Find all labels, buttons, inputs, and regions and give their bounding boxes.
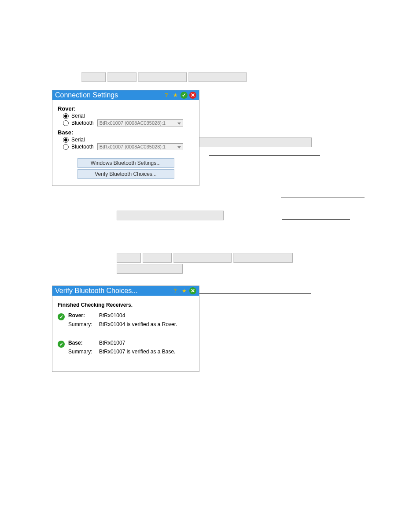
base-label: Base: <box>68 340 99 346</box>
breadcrumb-item-1[interactable] <box>81 72 106 82</box>
status-text: Finished Checking Receivers. <box>58 302 194 308</box>
help-icon[interactable]: ? <box>163 92 170 99</box>
rover-section-label: Rover: <box>58 105 194 112</box>
base-summary-label: Summary: <box>68 349 99 355</box>
dialog-title-bar: Connection Settings ? ★ ✓ ✕ <box>52 90 199 100</box>
verify-bluetooth-choices-button[interactable]: Verify Bluetooth Choices... <box>77 169 174 179</box>
rover-value: BtRx01004 <box>99 312 177 319</box>
breadcrumb-item-5[interactable] <box>117 264 183 274</box>
favorite-icon[interactable]: ★ <box>172 92 179 99</box>
rover-label: Rover: <box>68 312 99 319</box>
close-icon[interactable]: ✕ <box>189 287 196 294</box>
base-bluetooth-label: Bluetooth <box>71 144 94 150</box>
gray-block[interactable] <box>117 211 224 220</box>
base-serial-label: Serial <box>71 137 85 143</box>
breadcrumb-item-2[interactable] <box>107 72 136 82</box>
rover-serial-label: Serial <box>71 113 85 119</box>
base-value: BtRx01007 <box>99 340 175 346</box>
check-icon: ✓ <box>58 313 65 320</box>
ok-icon[interactable]: ✓ <box>181 92 188 99</box>
dialog-title: Verify Bluetooth Choices... <box>55 287 172 295</box>
breadcrumb-item-4[interactable] <box>233 253 293 263</box>
dialog-title-bar: Verify Bluetooth Choices... ? ★ ✕ <box>52 286 199 296</box>
rover-bt-device-select[interactable]: BtRx01007 (0008AC035028):1 <box>97 119 183 126</box>
breadcrumb-item-3[interactable] <box>173 253 232 263</box>
rover-bluetooth-radio[interactable] <box>63 120 69 126</box>
underline-rule <box>196 293 311 294</box>
breadcrumb-item-3[interactable] <box>138 72 187 82</box>
verify-bluetooth-choices-dialog: Verify Bluetooth Choices... ? ★ ✕ Finish… <box>52 286 199 372</box>
underline-rule <box>281 197 365 197</box>
breadcrumb-item-1[interactable] <box>117 253 141 263</box>
breadcrumb-item-4[interactable] <box>188 72 247 82</box>
rover-serial-radio[interactable] <box>63 113 69 119</box>
rover-summary-value: BtRx01004 is verified as a Rover. <box>99 321 177 327</box>
base-serial-radio[interactable] <box>63 137 69 143</box>
gray-block[interactable] <box>195 137 312 147</box>
base-section-label: Base: <box>58 129 194 136</box>
base-bt-device-select[interactable]: BtRx01007 (0008AC035028):1 <box>97 143 183 150</box>
underline-rule <box>282 219 350 220</box>
rover-bluetooth-label: Bluetooth <box>71 120 94 126</box>
check-icon: ✓ <box>58 341 65 348</box>
windows-bluetooth-settings-button[interactable]: Windows Bluetooth Settings... <box>77 158 174 168</box>
help-icon[interactable]: ? <box>172 287 179 294</box>
connection-settings-dialog: Connection Settings ? ★ ✓ ✕ Rover: Seria… <box>52 90 199 186</box>
close-icon[interactable]: ✕ <box>189 92 196 99</box>
underline-rule <box>224 98 276 98</box>
base-summary-value: BtRx01007 is verified as a Base. <box>99 349 175 355</box>
favorite-icon[interactable]: ★ <box>181 287 188 294</box>
dialog-title: Connection Settings <box>55 91 163 99</box>
underline-rule <box>209 155 320 156</box>
rover-summary-label: Summary: <box>68 321 99 327</box>
breadcrumb-item-2[interactable] <box>143 253 172 263</box>
base-bluetooth-radio[interactable] <box>63 144 69 150</box>
